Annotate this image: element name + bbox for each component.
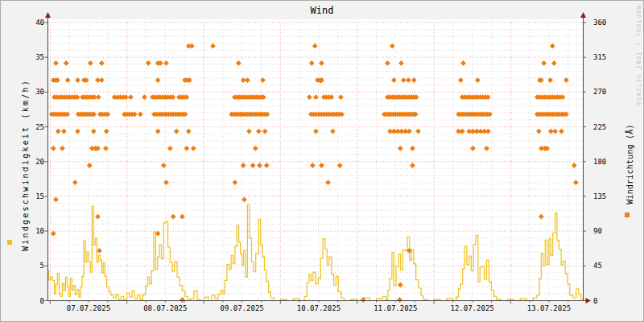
left-axis-tick-20: 20 [21,158,44,166]
wind-chart: Wind Windgeschwindigkeit (km/h) Windrich… [0,0,644,322]
left-axis-tick-10: 10 [21,227,44,235]
right-axis-tick-180: 180 [593,158,621,166]
direction-legend-swatch [625,213,630,217]
left-axis-tick-5: 5 [21,262,44,270]
right-axis-tick-360: 360 [593,19,621,27]
left-axis-tick-35: 35 [21,53,44,61]
x-axis-date-6: 13.07.2025 [523,304,575,312]
left-axis-tick-25: 25 [21,123,44,131]
right-axis-tick-0: 0 [593,297,621,305]
speed-legend-swatch [7,240,12,245]
right-axis-tick-45: 45 [593,262,621,270]
x-axis-date-0: 07.07.2025 [63,304,114,312]
right-axis-tick-270: 270 [593,88,621,96]
x-axis-date-4: 11.07.2025 [369,304,421,312]
right-axis-tick-90: 90 [593,227,621,235]
left-axis-tick-40: 40 [21,19,44,27]
left-axis-tick-15: 15 [21,192,44,200]
x-axis-date-1: 08.07.2025 [139,304,191,312]
right-axis-tick-315: 315 [593,53,621,61]
left-axis-tick-30: 30 [21,88,44,96]
left-axis-tick-0: 0 [21,297,44,305]
x-axis-date-3: 10.07.2025 [293,304,345,312]
right-axis-label: Windrichtung (Å) [625,43,636,285]
right-axis-tick-225: 225 [593,123,621,131]
right-axis-tick-135: 135 [593,192,621,200]
rrdtool-watermark: RRDTOOL / TOBI OETIKER [635,6,642,107]
x-axis-date-2: 09.07.2025 [217,304,268,312]
x-axis-date-5: 12.07.2025 [447,304,498,312]
plot-area [1,1,644,322]
